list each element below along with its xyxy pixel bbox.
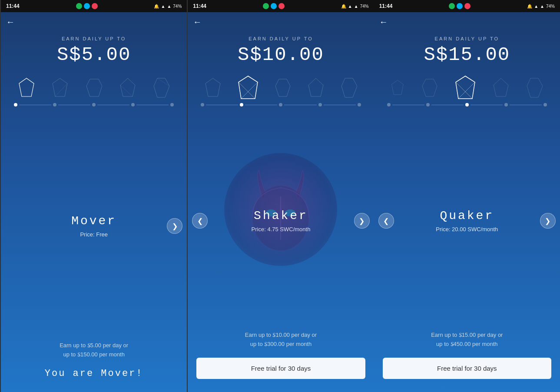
- crystal-2-2: [275, 77, 291, 98]
- svg-line-13: [248, 76, 258, 82]
- bell-icon: 🔔: [154, 4, 159, 9]
- earn-label-3: EARN DAILY UP TO: [383, 36, 551, 41]
- svg-marker-18: [341, 78, 357, 97]
- plan-desc-1: Earn up to ₷5.00 per day orup to ₷150.00…: [1, 341, 187, 359]
- svg-marker-17: [308, 78, 323, 96]
- dot2-0: [201, 103, 204, 106]
- earn-section-3: EARN DAILY UP TO S$15.00: [374, 33, 560, 73]
- svg-marker-5: [86, 79, 102, 96]
- svg-line-1: [19, 78, 27, 83]
- dot-4: [170, 103, 174, 106]
- crystal-3-3: [493, 77, 509, 98]
- spotify-icon: [76, 3, 82, 9]
- dot-line-4: [136, 105, 169, 105]
- left-nav-3[interactable]: ❮: [378, 213, 394, 229]
- crystal-3: [119, 77, 136, 98]
- battery-3: 74%: [546, 4, 555, 9]
- dot2-line-1: [206, 105, 238, 105]
- plan-price-3: Price: 20.00 SWC/month: [436, 226, 498, 233]
- dot-line-3: [97, 105, 129, 105]
- dot2-line-3: [284, 105, 316, 105]
- you-are-text: You are Mover!: [45, 368, 143, 379]
- shaker-screen: 11:44 🔔 ▲ ▲ 74% ← EARN DAILY UP TO S$10.…: [188, 0, 374, 392]
- crystal-2-0: [205, 77, 221, 98]
- plan-name-2: Shaker: [254, 209, 308, 223]
- svg-marker-16: [275, 79, 290, 96]
- time-2: 11:44: [193, 3, 206, 9]
- earn-amount-2: S$10.00: [196, 44, 365, 66]
- free-trial-button-3[interactable]: Free trial for 30 days: [383, 358, 551, 379]
- earn-section-1: EARN DAILY UP TO S$5.00: [1, 33, 187, 73]
- signal-icon-3: ▲: [540, 4, 544, 9]
- left-nav-2[interactable]: ❮: [192, 213, 208, 229]
- crystal-3-4: [526, 77, 543, 98]
- cta-area-1: You are Mover!: [1, 368, 187, 392]
- app-icons-2: [263, 3, 285, 9]
- cta-area-3[interactable]: Free trial for 30 days: [374, 358, 560, 392]
- right-nav-3[interactable]: ❯: [540, 213, 556, 229]
- earn-section-2: EARN DAILY UP TO S$10.00: [188, 33, 374, 73]
- dot-0-active: [14, 103, 17, 106]
- wifi-icon-2: ▲: [348, 4, 352, 9]
- plan-price-2: Price: 4.75 SWC/month: [252, 226, 311, 233]
- dot-line-1: [19, 105, 51, 105]
- signal-icon: ▲: [167, 4, 171, 9]
- svg-marker-24: [422, 79, 437, 96]
- svg-line-12: [239, 76, 248, 82]
- status-icons-3: 🔔 ▲ ▲ 74%: [527, 4, 555, 9]
- svg-marker-3: [53, 78, 67, 96]
- crystal-2: [86, 77, 102, 98]
- plan-name-1: Mover: [71, 214, 116, 228]
- crystal-0-active: [18, 77, 35, 98]
- battery-1: 74%: [173, 4, 182, 9]
- back-button-3[interactable]: ←: [374, 12, 560, 33]
- status-bar-1: 11:44 🔔 ▲ ▲ 74%: [1, 0, 187, 12]
- dots-row-1: [1, 103, 187, 106]
- svg-marker-23: [392, 80, 404, 95]
- dot3-0: [387, 103, 391, 106]
- plan-section-2: ❮ Shaker Price: 4.75 SWC/month ❯: [188, 111, 374, 331]
- status-icons-2: 🔔 ▲ ▲ 74%: [341, 4, 369, 9]
- dot2-line-2: [245, 105, 277, 105]
- free-trial-button-2[interactable]: Free trial for 30 days: [196, 358, 365, 379]
- dot2-3: [318, 103, 322, 106]
- plan-section-1: Mover Price: Free ❯: [1, 111, 187, 341]
- svg-line-7: [120, 85, 133, 96]
- svg-line-27: [465, 76, 475, 82]
- pocket-icon: [92, 3, 98, 9]
- right-nav-1[interactable]: ❯: [167, 218, 182, 234]
- dot3-4: [543, 103, 547, 106]
- cta-area-2[interactable]: Free trial for 30 days: [188, 358, 374, 392]
- bell-icon-3: 🔔: [527, 4, 532, 9]
- dot3-line-3: [471, 105, 503, 105]
- dots-row-2: [188, 103, 374, 106]
- battery-2: 74%: [360, 4, 369, 9]
- spotify-icon-3: [449, 3, 455, 9]
- crystal-3-2-active: [455, 75, 476, 100]
- crystals-row-1: [1, 73, 187, 103]
- status-bar-2: 11:44 🔔 ▲ ▲ 74%: [188, 0, 374, 12]
- skype-icon: [84, 3, 90, 9]
- skype-icon-2: [271, 3, 277, 9]
- back-button-1[interactable]: ←: [1, 12, 187, 33]
- mover-screen: 11:44 🔔 ▲ ▲ 74% ← EARN DAILY UP TO S$5.0…: [0, 0, 188, 392]
- dot3-3: [504, 103, 508, 106]
- spotify-icon-2: [263, 3, 269, 9]
- svg-marker-0: [19, 78, 34, 96]
- earn-label-2: EARN DAILY UP TO: [196, 36, 365, 41]
- crystal-2-4: [341, 77, 357, 98]
- skype-icon-3: [457, 3, 463, 9]
- right-nav-2[interactable]: ❯: [354, 213, 370, 229]
- crystal-2-1-active: [238, 75, 258, 100]
- app-icons-3: [449, 3, 471, 9]
- crystal-1: [52, 77, 68, 98]
- svg-marker-10: [205, 78, 220, 96]
- status-icons-1: 🔔 ▲ ▲ 74%: [154, 4, 182, 9]
- crystal-3-0: [391, 79, 404, 96]
- plan-name-3: Quaker: [440, 209, 494, 223]
- back-button-2[interactable]: ←: [188, 12, 374, 33]
- crystals-row-3: [374, 73, 560, 103]
- earn-amount-3: S$15.00: [383, 44, 551, 66]
- dot3-2-active: [465, 103, 469, 106]
- signal-icon-2: ▲: [354, 4, 358, 9]
